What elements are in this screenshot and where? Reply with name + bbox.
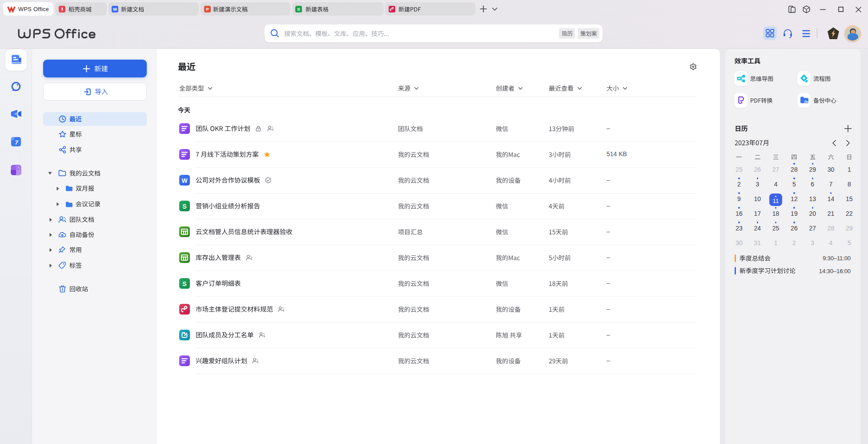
svg-text:S: S: [182, 280, 186, 287]
svg-text:S: S: [297, 7, 300, 12]
svg-text:P: P: [206, 7, 209, 12]
svg-text:S: S: [182, 203, 186, 210]
svg-text:W: W: [113, 7, 117, 12]
svg-text:7: 7: [15, 139, 18, 146]
svg-text:W: W: [181, 177, 188, 184]
